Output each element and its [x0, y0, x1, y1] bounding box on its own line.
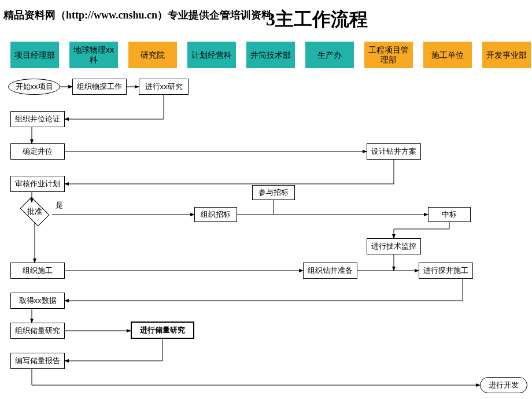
node-tech-monitor: 进行技术监控: [367, 238, 421, 254]
lane-header-6: 工程项目管理部: [364, 42, 413, 68]
page-title: 3主工作流程: [266, 7, 368, 32]
node-join-bid: 参与招标: [252, 185, 295, 200]
node-approve: 批准: [22, 204, 47, 220]
node-drill-prep: 组织钻井准备: [303, 263, 357, 279]
lane-header-1: 地球物理xx科: [69, 42, 118, 68]
node-tender: 组织招标: [194, 207, 237, 222]
lane-header-5: 生产办: [305, 42, 354, 68]
node-study-xx: 进行xx研究: [139, 79, 189, 95]
node-org-construction: 组织施工: [10, 263, 65, 279]
node-organize-physics: 组织物探工作: [72, 79, 127, 95]
watermark-text: 精品资料网（http://www.cnshu.cn）专业提供企管培训资料: [3, 8, 272, 22]
lane-header-2: 研究院: [128, 42, 177, 68]
node-write-report: 编写储量报告: [10, 353, 65, 369]
node-design-drill: 设计钻井方案: [367, 143, 421, 160]
node-reserve-study: 进行储量研究: [131, 322, 194, 339]
lane-header-7: 施工单位: [423, 42, 472, 68]
node-well-argument: 组织井位论证: [10, 111, 65, 127]
node-start: 开始xx项目: [8, 79, 60, 95]
lane-header-8: 开发事业部: [482, 42, 531, 68]
node-org-reserve: 组织储量研究: [10, 323, 65, 339]
lane-header-3: 计划经营科: [187, 42, 236, 68]
lane-header-0: 项目经理部: [10, 42, 59, 68]
node-win-bid: 中标: [428, 207, 471, 222]
lane-header-4: 井筒技术部: [246, 42, 295, 68]
approve-yes-label: 是: [56, 200, 63, 210]
node-explore-drill: 进行探井施工: [419, 263, 473, 279]
node-well-confirm: 确定井位: [10, 143, 65, 160]
node-approve-label: 批准: [22, 204, 47, 220]
node-audit: 审核作业计划: [10, 176, 65, 192]
node-develop: 进行开发: [480, 377, 527, 393]
node-get-data: 取得xx数据: [10, 293, 65, 309]
